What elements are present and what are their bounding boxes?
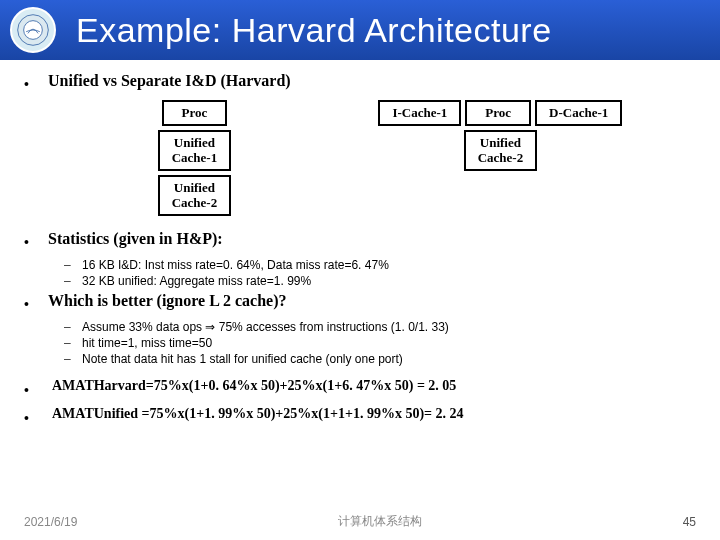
logo-seal [10,7,56,53]
box-unified-l2: Unified Cache-2 [158,175,232,216]
harvard-top-row: I-Cache-1 Proc D-Cache-1 [378,100,622,126]
seal-icon [16,13,50,47]
equation-harvard: AMATHarvard=75%x(1+0. 64%x 50)+25%x(1+6.… [52,378,456,394]
box-unified-l1: Unified Cache-1 [158,130,232,171]
dash: – [64,320,82,334]
equation-unified: AMATUnified =75%x(1+1. 99%x 50)+25%x(1+1… [52,406,464,422]
bullet-dot: • [24,230,48,250]
box-proc-h: Proc [465,100,531,126]
box-icache: I-Cache-1 [378,100,461,126]
bullet-which-better: • Which is better (ignore L 2 cache)? [24,292,696,312]
footer-course: 计算机体系结构 [338,513,422,530]
bullet-dot: • [24,378,48,398]
bullet-text: Statistics (given in H&P): [48,230,223,248]
bullet-text: Which is better (ignore L 2 cache)? [48,292,287,310]
footer-page-number: 45 [683,515,696,529]
dash: – [64,352,82,366]
bullet-dot: • [24,72,48,92]
sub-text: Assume 33% data ops ⇒ 75% accesses from … [82,320,449,334]
sub-bullet: – hit time=1, miss time=50 [64,336,696,350]
slide-header: Example: Harvard Architecture [0,0,720,60]
sub-text: hit time=1, miss time=50 [82,336,212,350]
diagram-unified: Proc Unified Cache-1 Unified Cache-2 [158,100,232,216]
diagram-harvard: I-Cache-1 Proc D-Cache-1 Unified Cache-2 [378,100,622,216]
slide-title: Example: Harvard Architecture [76,11,552,50]
box-harvard-l2: Unified Cache-2 [464,130,538,171]
sub-text: 16 KB I&D: Inst miss rate=0. 64%, Data m… [82,258,389,272]
bullet-text: Unified vs Separate I&D (Harvard) [48,72,291,90]
sub-bullet: – 32 KB unified: Aggregate miss rate=1. … [64,274,696,288]
dash: – [64,258,82,272]
footer-date: 2021/6/19 [24,515,77,529]
sub-text: Note that data hit has 1 stall for unifi… [82,352,403,366]
bullet-statistics: • Statistics (given in H&P): [24,230,696,250]
sub-bullet: – 16 KB I&D: Inst miss rate=0. 64%, Data… [64,258,696,272]
box-proc: Proc [162,100,228,126]
slide-content: • Unified vs Separate I&D (Harvard) Proc… [0,60,720,426]
sub-text: 32 KB unified: Aggregate miss rate=1. 99… [82,274,311,288]
bullet-dot: • [24,292,48,312]
bullet-unified-vs-separate: • Unified vs Separate I&D (Harvard) [24,72,696,92]
dash: – [64,274,82,288]
diagram-area: Proc Unified Cache-1 Unified Cache-2 I-C… [84,100,696,216]
bullet-eq2: • AMATUnified =75%x(1+1. 99%x 50)+25%x(1… [24,406,696,426]
bullet-eq1: • AMATHarvard=75%x(1+0. 64%x 50)+25%x(1+… [24,378,696,398]
sub-bullet: – Assume 33% data ops ⇒ 75% accesses fro… [64,320,696,334]
box-dcache: D-Cache-1 [535,100,622,126]
dash: – [64,336,82,350]
bullet-dot: • [24,406,48,426]
sub-bullet: – Note that data hit has 1 stall for uni… [64,352,696,366]
slide-footer: 2021/6/19 计算机体系结构 45 [0,513,720,530]
